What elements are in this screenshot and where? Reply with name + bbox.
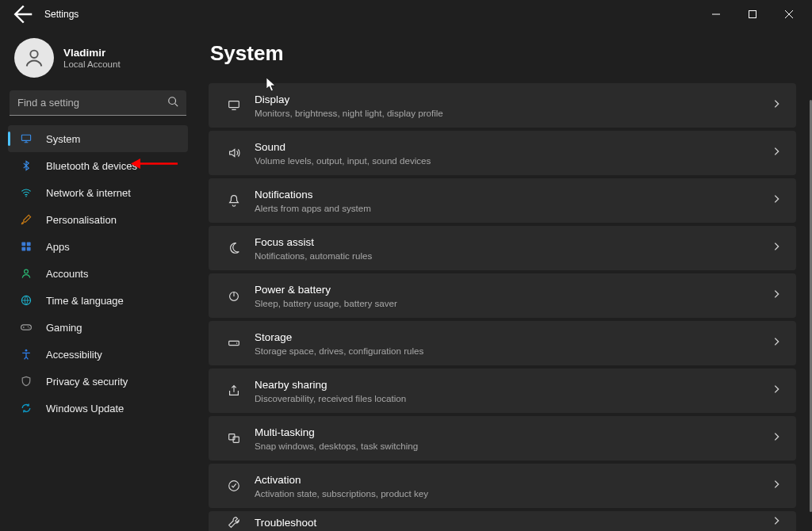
row-title: Notifications bbox=[255, 188, 771, 201]
account-block[interactable]: Vladimir Local Account bbox=[0, 35, 196, 87]
chevron-right-icon bbox=[771, 515, 782, 529]
settings-row-multi[interactable]: Multi-taskingSnap windows, desktops, tas… bbox=[209, 416, 796, 460]
sidebar-item-label: Network & internet bbox=[46, 187, 131, 199]
close-icon bbox=[785, 10, 793, 18]
search-box[interactable] bbox=[10, 90, 186, 116]
account-text: Vladimir Local Account bbox=[63, 47, 121, 69]
brush-icon bbox=[19, 212, 33, 227]
row-text: Nearby sharingDiscoverability, received … bbox=[248, 378, 771, 404]
search-row bbox=[0, 87, 196, 124]
svg-rect-6 bbox=[27, 242, 31, 246]
settings-row-check[interactable]: ActivationActivation state, subscription… bbox=[209, 464, 796, 508]
row-subtitle: Discoverability, received files location bbox=[255, 392, 771, 404]
arrow-left-icon bbox=[11, 3, 33, 25]
minimize-icon bbox=[712, 10, 720, 18]
sidebar-item-shield[interactable]: Privacy & security bbox=[8, 368, 188, 395]
sound-icon bbox=[220, 146, 248, 160]
row-subtitle: Storage space, drives, configuration rul… bbox=[255, 345, 771, 357]
sidebar-item-label: Gaming bbox=[46, 322, 82, 334]
svg-point-1 bbox=[30, 51, 37, 58]
chevron-right-icon bbox=[771, 479, 782, 493]
multi-icon bbox=[220, 431, 248, 445]
page-title: System bbox=[210, 41, 796, 66]
content: System DisplayMonitors, brightness, nigh… bbox=[196, 29, 812, 531]
back-button[interactable] bbox=[11, 3, 33, 25]
sidebar-item-user[interactable]: Accounts bbox=[8, 260, 188, 287]
sidebar-item-lang[interactable]: Time & language bbox=[8, 287, 188, 314]
sidebar-item-access[interactable]: Accessibility bbox=[8, 341, 188, 368]
svg-point-2 bbox=[169, 97, 176, 104]
account-subtitle: Local Account bbox=[63, 59, 121, 69]
sidebar: Vladimir Local Account SystemBluetooth &… bbox=[0, 29, 196, 531]
wrench-icon bbox=[220, 515, 248, 529]
chevron-right-icon bbox=[771, 431, 782, 445]
update-icon bbox=[19, 401, 33, 415]
chevron-right-icon bbox=[771, 146, 782, 160]
sidebar-item-wifi[interactable]: Network & internet bbox=[8, 179, 188, 206]
access-icon bbox=[19, 347, 33, 361]
chevron-right-icon bbox=[771, 241, 782, 255]
settings-row-bell[interactable]: NotificationsAlerts from apps and system bbox=[209, 178, 796, 223]
shield-icon bbox=[19, 374, 33, 388]
svg-rect-7 bbox=[21, 247, 25, 251]
nav: SystemBluetooth & devicesNetwork & inter… bbox=[0, 124, 196, 422]
svg-rect-3 bbox=[21, 135, 30, 140]
titlebar: Settings bbox=[0, 0, 812, 29]
svg-rect-0 bbox=[749, 11, 756, 18]
sidebar-item-label: Windows Update bbox=[46, 403, 124, 414]
settings-list: DisplayMonitors, brightness, night light… bbox=[209, 83, 796, 531]
row-text: Multi-taskingSnap windows, desktops, tas… bbox=[248, 426, 771, 452]
sidebar-item-brush[interactable]: Personalisation bbox=[8, 206, 188, 233]
close-button[interactable] bbox=[771, 2, 807, 27]
sidebar-item-label: Accessibility bbox=[46, 349, 102, 361]
settings-row-power[interactable]: Power & batterySleep, battery usage, bat… bbox=[209, 273, 796, 318]
sidebar-item-label: Bluetooth & devices bbox=[46, 160, 137, 172]
row-text: Focus assistNotifications, automatic rul… bbox=[248, 235, 771, 262]
sidebar-item-system[interactable]: System bbox=[8, 125, 188, 152]
bell-icon bbox=[220, 193, 248, 208]
settings-row-display[interactable]: DisplayMonitors, brightness, night light… bbox=[209, 83, 796, 128]
svg-point-18 bbox=[236, 342, 237, 343]
settings-row-moon[interactable]: Focus assistNotifications, automatic rul… bbox=[209, 226, 796, 270]
sidebar-item-label: System bbox=[46, 133, 80, 145]
sidebar-item-apps[interactable]: Apps bbox=[8, 233, 188, 260]
avatar bbox=[14, 38, 54, 78]
svg-rect-5 bbox=[21, 242, 25, 246]
account-name: Vladimir bbox=[63, 47, 121, 59]
sidebar-item-label: Time & language bbox=[46, 295, 124, 307]
system-icon bbox=[19, 132, 33, 146]
sidebar-item-label: Apps bbox=[46, 241, 70, 253]
row-subtitle: Sleep, battery usage, battery saver bbox=[255, 297, 771, 309]
minimize-button[interactable] bbox=[698, 2, 734, 27]
settings-row-sound[interactable]: SoundVolume levels, output, input, sound… bbox=[209, 131, 796, 175]
power-icon bbox=[220, 288, 248, 303]
row-subtitle: Activation state, subscriptions, product… bbox=[255, 487, 771, 499]
row-text: Power & batterySleep, battery usage, bat… bbox=[248, 283, 771, 309]
maximize-button[interactable] bbox=[734, 2, 771, 27]
row-subtitle: Volume levels, output, input, sound devi… bbox=[255, 155, 771, 166]
row-subtitle: Alerts from apps and system bbox=[255, 202, 771, 214]
share-icon bbox=[220, 384, 248, 398]
storage-icon bbox=[220, 336, 248, 350]
sidebar-item-game[interactable]: Gaming bbox=[8, 314, 188, 341]
check-icon bbox=[220, 479, 248, 493]
svg-rect-11 bbox=[21, 325, 32, 330]
person-icon bbox=[23, 47, 45, 69]
display-icon bbox=[220, 98, 248, 113]
chevron-right-icon bbox=[771, 384, 782, 398]
svg-point-9 bbox=[25, 269, 29, 273]
svg-rect-8 bbox=[27, 247, 31, 251]
settings-row-share[interactable]: Nearby sharingDiscoverability, received … bbox=[209, 369, 796, 413]
search-input[interactable] bbox=[17, 97, 167, 109]
sidebar-item-label: Privacy & security bbox=[46, 376, 128, 388]
lang-icon bbox=[19, 293, 33, 308]
row-text: ActivationActivation state, subscription… bbox=[248, 473, 771, 499]
settings-row-wrench[interactable]: Troubleshoot bbox=[209, 511, 796, 531]
sidebar-item-bt[interactable]: Bluetooth & devices bbox=[8, 152, 188, 179]
row-title: Activation bbox=[255, 473, 771, 487]
svg-point-12 bbox=[28, 327, 29, 327]
chevron-right-icon bbox=[771, 98, 782, 113]
settings-row-storage[interactable]: StorageStorage space, drives, configurat… bbox=[209, 321, 796, 365]
moon-icon bbox=[220, 241, 248, 255]
sidebar-item-update[interactable]: Windows Update bbox=[8, 395, 188, 422]
